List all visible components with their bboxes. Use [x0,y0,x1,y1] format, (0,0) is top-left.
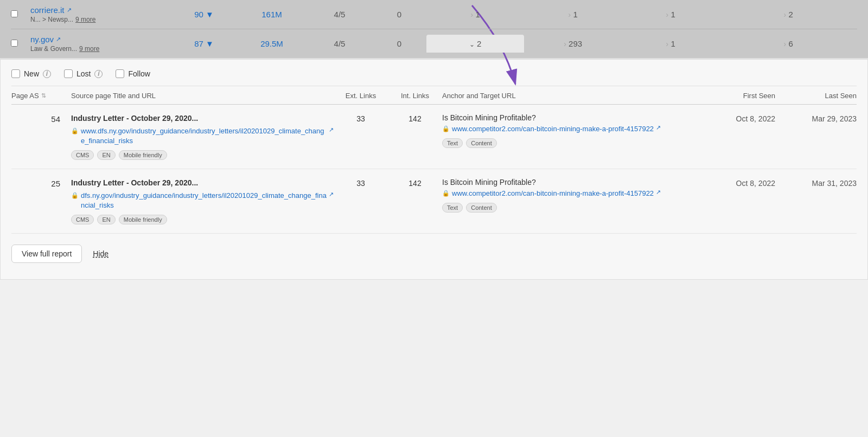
source-ext-link-icon-2: ↗ [329,191,334,198]
nygov-chevron-down: ⌄ [469,41,475,48]
cell-ext-1: 33 [334,113,388,123]
nygov-score-value: 87 [194,39,203,48]
corriere-more[interactable]: 9 more [75,16,95,23]
source-url-line-2: 🔒 dfs.ny.gov/industry_guidance/industry_… [71,191,334,210]
ext-links-value-1: 33 [356,114,365,123]
nygov-more[interactable]: 9 more [79,45,99,53]
corriere-checkbox-container [11,10,30,19]
cell-int-2: 142 [388,178,442,188]
col-header-int: Int. Links [388,92,442,100]
nygov-num2: › 293 [524,39,622,48]
col-header-ext-label: Ext. Links [346,92,376,100]
filter-new-info[interactable]: i [43,70,51,78]
source-tags-1: CMS EN Mobile friendly [71,150,334,160]
col-header-page-as[interactable]: Page AS ⇅ [11,92,71,100]
top-table: corriere.it ↗ N... > Newsp... 9 more 90 … [0,0,868,58]
highlight-cell: ⌄ 2 [426,35,524,53]
column-headers: Page AS ⇅ Source page Title and URL Ext.… [11,86,857,105]
nygov-cats: Law & Govern... 9 more [30,45,171,53]
anchor-ext-icon-2: ↗ [656,189,661,196]
corriere-site-info: corriere.it ↗ N... > Newsp... 9 more [30,5,171,23]
cell-last-seen-1: Mar 29, 2023 [775,113,857,123]
anchor-tag-content-1: Content [466,138,497,148]
nygov-site-info: ny.gov ↗ Law & Govern... 9 more [30,35,171,53]
anchor-tag-content-2: Content [466,203,497,213]
bottom-bar: View full report Hide [11,234,857,268]
nygov-score-trend[interactable]: ▼ [206,39,214,48]
filter-lost: Lost i [64,69,103,78]
filter-follow-checkbox[interactable] [116,69,124,78]
outer-wrapper: corriere.it ↗ N... > Newsp... 9 more 90 … [0,0,868,437]
view-full-report-button[interactable]: View full report [11,245,82,263]
source-url-line-1: 🔒 www.dfs.ny.gov/industry_guidance/indus… [71,126,334,146]
page-as-value-2: 25 [51,179,60,188]
corriere-rating: 4/5 [307,10,372,19]
anchor-url-link-2[interactable]: www.competitor2.com/can-bitcoin-mining-m… [452,189,654,198]
cell-anchor-2: Is Bitcoin Mining Profitable? 🔒 www.comp… [442,178,694,213]
hide-label: Hide [93,249,108,258]
anchor-url-2: 🔒 www.competitor2.com/can-bitcoin-mining… [442,189,694,198]
corriere-link[interactable]: corriere.it [30,5,65,15]
filter-follow-label: Follow [128,69,150,78]
lock-icon-2: 🔒 [71,192,79,199]
anchor-url-link-1[interactable]: www.competitor2.com/can-bitcoin-mining-m… [452,124,654,134]
main-panel: New i Lost i Follow Page AS ⇅ Source pag [0,58,868,280]
corriere-cat-text: N... > Newsp... [30,16,73,23]
filter-lost-checkbox[interactable] [64,69,73,78]
first-seen-value-1: Oct 8, 2022 [736,114,775,123]
anchor-tag-text-2: Text [442,203,463,213]
anchor-tags-2: Text Content [442,203,694,213]
nygov-link[interactable]: ny.gov [30,35,54,44]
corriere-checkbox[interactable] [11,10,18,17]
corriere-score-value: 90 [194,10,203,19]
top-row-nygov: ny.gov ↗ Law & Govern... 9 more 87 ▼ 29.… [11,29,857,58]
last-seen-value-2: Mar 31, 2023 [812,179,857,188]
cell-int-1: 142 [388,113,442,123]
last-seen-value-1: Mar 29, 2023 [812,114,857,123]
anchor-title-1: Is Bitcoin Mining Profitable? [442,113,694,122]
col-header-first-label: First Seen [743,92,775,100]
col-header-int-label: Int. Links [401,92,429,100]
col-header-source-label: Source page Title and URL [71,92,156,100]
col-header-page-as-label: Page AS [11,92,39,100]
col-header-ext: Ext. Links [334,92,388,100]
corriere-site-name: corriere.it ↗ [30,5,171,15]
filter-lost-label: Lost [76,69,91,78]
tag-en-2: EN [97,215,115,224]
anchor-ext-icon-1: ↗ [656,124,661,131]
nygov-checkbox-container [11,40,30,48]
cell-page-as-1: 54 [11,113,71,124]
cell-page-as-2: 25 [11,178,71,188]
nygov-score: 87 ▼ [171,39,237,48]
cell-source-1: Industry Letter - October 29, 2020... 🔒 … [71,113,334,160]
corriere-score-trend[interactable]: ▼ [206,10,214,19]
anchor-tag-text-1: Text [442,138,463,148]
col-header-anchor: Anchor and Target URL [442,92,694,100]
nygov-num3: › 1 [622,39,719,48]
anchor-lock-icon-2: 🔒 [442,190,450,197]
source-ext-link-icon-1: ↗ [329,126,334,133]
source-url-1[interactable]: www.dfs.ny.gov/industry_guidance/industr… [81,126,327,146]
table-row: 25 Industry Letter - October 29, 2020...… [11,169,857,234]
cell-anchor-1: Is Bitcoin Mining Profitable? 🔒 www.comp… [442,113,694,148]
col-header-first-seen: First Seen [694,92,775,100]
nygov-checkbox[interactable] [11,40,18,47]
corriere-num3: › 1 [622,10,719,19]
corriere-num1: › 1 [426,10,524,19]
page-as-value-1: 54 [51,114,60,124]
col-header-anchor-label: Anchor and Target URL [442,92,516,100]
nygov-site-name: ny.gov ↗ [30,35,171,44]
source-title-1: Industry Letter - October 29, 2020... [71,113,334,124]
hide-button[interactable]: Hide [93,249,108,258]
top-row-corriere: corriere.it ↗ N... > Newsp... 9 more 90 … [11,0,857,29]
table-row: 54 Industry Letter - October 29, 2020...… [11,105,857,169]
source-url-2[interactable]: dfs.ny.gov/industry_guidance/industry_le… [81,191,327,210]
cell-source-2: Industry Letter - October 29, 2020... 🔒 … [71,178,334,224]
nygov-num4: › 6 [719,39,857,48]
filter-new-checkbox[interactable] [11,69,20,78]
anchor-tags-1: Text Content [442,138,694,148]
nygov-traffic: 29.5M [237,39,307,48]
filter-lost-info[interactable]: i [94,70,103,78]
anchor-title-2: Is Bitcoin Mining Profitable? [442,178,694,187]
nygov-num1-highlight: ⌄ 2 [426,35,524,53]
